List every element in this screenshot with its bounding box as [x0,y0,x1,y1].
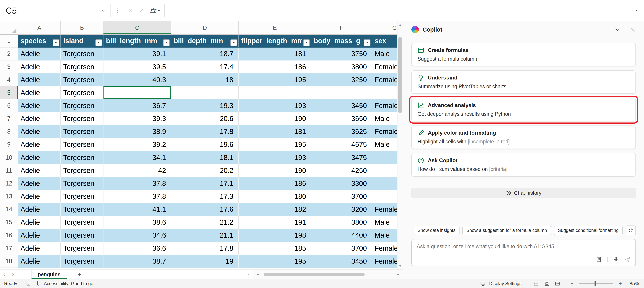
column-header-B[interactable]: B [61,21,104,34]
cell-G12[interactable] [372,177,397,190]
zoom-slider[interactable] [579,283,614,284]
row-header-8[interactable]: 8 [0,125,18,138]
close-panel-icon[interactable] [630,27,636,32]
cell-G15[interactable]: Male [372,216,397,229]
cell-E11[interactable]: 190 [239,164,311,177]
row-header-4[interactable]: 4 [0,73,18,86]
row-header-16[interactable]: 16 [0,229,18,242]
cell-G16[interactable]: Male [372,229,397,242]
cell-A2[interactable]: Adelie [18,48,61,61]
suggestion-chip[interactable]: Show data insights [414,226,460,235]
cell-G14[interactable]: Female [372,203,397,216]
cell-F10[interactable]: 3475 [311,151,372,164]
name-box[interactable]: C5 [0,0,110,21]
row-header-13[interactable]: 13 [0,190,18,203]
horizontal-scrollbar[interactable]: ◄ ► [253,270,403,279]
copilot-card-understand[interactable]: UnderstandSummarize using PivotTables or… [412,70,636,94]
more-options-icon[interactable]: ⋮ [110,7,124,14]
cell-B15[interactable]: Torgersen [61,216,104,229]
row-header-1[interactable]: 1 [0,35,18,48]
filter-button-bill_depth_mm[interactable] [230,39,237,46]
copilot-card-advanced-analysis[interactable]: Advanced analysisGet deeper analysis res… [412,98,636,121]
cell-D10[interactable]: 18.1 [171,151,239,164]
collapse-panel-icon[interactable] [614,27,620,32]
cell-D13[interactable]: 17.3 [171,190,239,203]
cell-G2[interactable]: Male [372,48,397,61]
cell-B14[interactable]: Torgersen [61,203,104,216]
cell-A18[interactable]: Adelie [18,255,61,268]
cell-C15[interactable]: 38.6 [104,216,171,229]
prompt-guide-icon[interactable] [596,256,602,263]
copilot-card-apply-color-and-formatting[interactable]: Apply color and formattingHighlight all … [412,125,636,149]
horizontal-scroll-thumb[interactable] [264,273,364,276]
display-settings-label[interactable]: Display Settings [489,281,522,286]
column-header-C[interactable]: C [104,21,171,34]
cell-G7[interactable]: Male [372,112,397,125]
cell-G9[interactable]: Male [372,138,397,151]
cell-A14[interactable]: Adelie [18,203,61,216]
cell-C18[interactable]: 38.7 [104,255,171,268]
row-header-18[interactable]: 18 [0,255,18,268]
cell-B7[interactable]: Torgersen [61,112,104,125]
vertical-scrollbar[interactable]: ▲ ▼ [397,21,403,269]
enter-icon[interactable]: ✓ [136,7,147,14]
header-cell-sex[interactable]: sex [372,35,397,48]
cell-A4[interactable]: Adelie [18,73,61,86]
cell-D6[interactable]: 19.3 [171,99,239,112]
cell-C12[interactable]: 37.8 [104,177,171,190]
column-header-A[interactable]: A [18,21,61,34]
cell-B10[interactable]: Torgersen [61,151,104,164]
cell-A13[interactable]: Adelie [18,190,61,203]
scroll-right-icon[interactable]: ► [397,273,400,276]
column-header-E[interactable]: E [239,21,311,34]
row-header-11[interactable]: 11 [0,164,18,177]
cell-E7[interactable]: 190 [239,112,311,125]
zoom-in-button[interactable]: + [619,280,622,287]
copilot-input[interactable]: Ask a question, or tell me what you'd li… [412,239,636,266]
cell-E18[interactable]: 195 [239,255,311,268]
row-header-15[interactable]: 15 [0,216,18,229]
scroll-down-icon[interactable]: ▼ [398,264,403,268]
insert-function-icon[interactable]: fx [147,7,164,14]
cell-C5[interactable] [104,86,171,99]
zoom-out-button[interactable]: − [570,280,574,287]
filter-button-bill_length_mm[interactable] [163,39,170,46]
cell-F8[interactable]: 3625 [311,125,372,138]
cell-A5[interactable]: Adelie [18,86,61,99]
cell-D11[interactable]: 20.2 [171,164,239,177]
cell-B3[interactable]: Torgersen [61,61,104,73]
sheet-tab-penguins[interactable]: penguins [31,270,67,279]
cell-E16[interactable]: 198 [239,229,311,242]
cell-A8[interactable]: Adelie [18,125,61,138]
macro-record-icon[interactable] [26,281,31,286]
cell-B2[interactable]: Torgersen [61,48,104,61]
cell-C17[interactable]: 36.6 [104,242,171,255]
cell-B18[interactable]: Torgersen [61,255,104,268]
cell-D18[interactable]: 19 [171,255,239,268]
row-header-5[interactable]: 5 [0,86,18,99]
cell-B11[interactable]: Torgersen [61,164,104,177]
cell-C3[interactable]: 39.5 [104,61,171,73]
cancel-icon[interactable]: ✕ [124,7,136,14]
cell-E17[interactable]: 185 [239,242,311,255]
cell-A11[interactable]: Adelie [18,164,61,177]
formula-bar-expand-icon[interactable] [628,8,644,13]
filter-button-body_mass_g[interactable] [364,39,370,46]
row-header-2[interactable]: 2 [0,48,18,61]
row-header-17[interactable]: 17 [0,242,18,255]
header-cell-body_mass_g[interactable]: body_mass_g [311,35,372,48]
page-break-view-icon[interactable] [555,281,560,286]
cell-C2[interactable]: 39.1 [104,48,171,61]
cell-A16[interactable]: Adelie [18,229,61,242]
cell-B13[interactable]: Torgersen [61,190,104,203]
accessibility-label[interactable]: Accessibility: Good to go [44,281,93,286]
cell-G4[interactable]: Female [372,73,397,86]
cell-A6[interactable]: Adelie [18,99,61,112]
cell-A17[interactable]: Adelie [18,242,61,255]
cell-D2[interactable]: 18.7 [171,48,239,61]
cell-F15[interactable]: 3800 [311,216,372,229]
suggestion-chip[interactable]: Suggest conditional formatting [554,226,622,235]
cell-D16[interactable]: 21.1 [171,229,239,242]
cell-E5[interactable] [239,86,311,99]
cell-D4[interactable]: 18 [171,73,239,86]
